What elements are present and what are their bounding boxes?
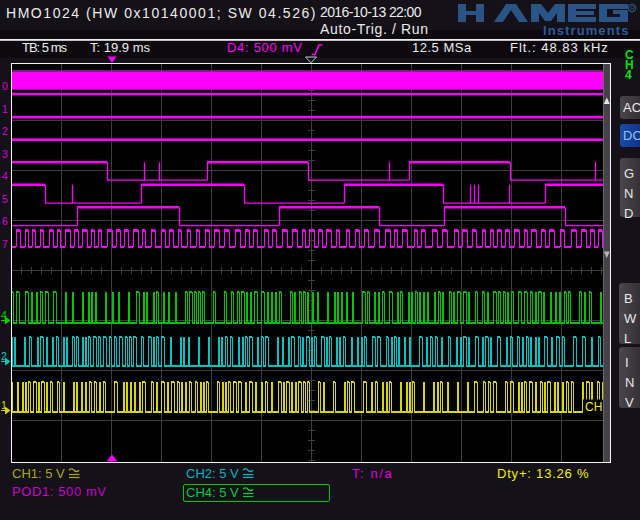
svg-text:R: R [630, 5, 635, 12]
svg-text:5: 5 [2, 193, 8, 205]
svg-text:7: 7 [2, 238, 8, 250]
svg-text:2: 2 [2, 125, 8, 137]
svg-text:4: 4 [2, 170, 8, 182]
svg-text:6: 6 [2, 215, 8, 227]
svg-text:0: 0 [2, 80, 8, 92]
svg-text:3: 3 [2, 148, 8, 160]
svg-text:1: 1 [2, 103, 8, 115]
